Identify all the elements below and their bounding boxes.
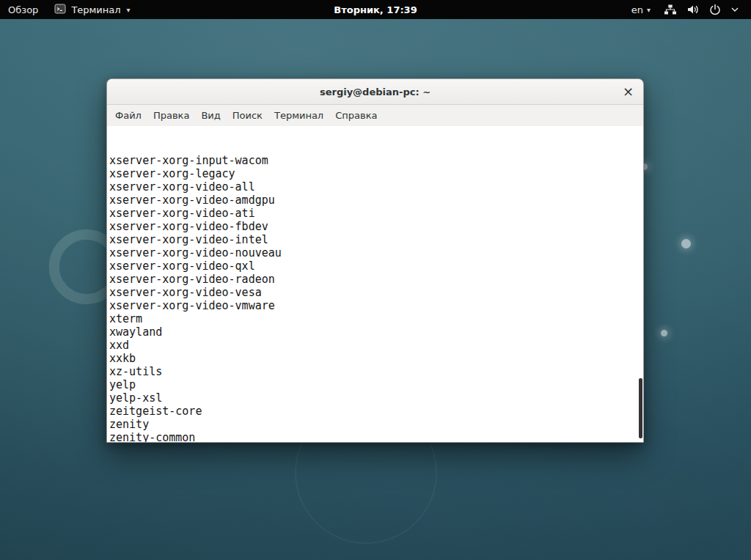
terminal-line: zenity <box>109 418 643 431</box>
terminal-line: xxd <box>109 339 643 352</box>
terminal-line: xserver-xorg-video-ati <box>109 207 643 220</box>
app-menu-button[interactable]: Терминал ▾ <box>46 0 138 19</box>
window-title: sergiy@debian-pc: ~ <box>320 86 431 97</box>
terminal-line: xserver-xorg-video-qxl <box>109 259 643 273</box>
clock-label: Вторник, 17:39 <box>334 4 417 15</box>
terminal-output: xserver-xorg-input-wacomxserver-xorg-leg… <box>109 154 643 442</box>
wallpaper-dot <box>681 239 691 248</box>
menu-terminal[interactable]: Терминал <box>268 106 329 125</box>
terminal-window: sergiy@debian-pc: ~ × Файл Правка Вид По… <box>106 78 644 443</box>
terminal-line: xserver-xorg-video-intel <box>109 233 643 246</box>
app-menu-label: Терминал <box>71 4 120 15</box>
wallpaper-dot <box>661 330 667 336</box>
terminal-line: xserver-xorg-legacy <box>109 167 643 180</box>
terminal-line: xserver-xorg-video-fbdev <box>109 220 643 233</box>
terminal-line: xserver-xorg-video-all <box>109 180 643 194</box>
top-bar-right: en ▾ <box>624 0 751 19</box>
network-icon <box>664 4 677 15</box>
terminal-line: yelp-xsl <box>109 391 643 405</box>
keyboard-layout-button[interactable]: en ▾ <box>624 4 658 15</box>
terminal-line: xserver-xorg-video-vesa <box>109 286 643 299</box>
activities-label: Обзор <box>8 4 38 15</box>
terminal-line: xserver-xorg-video-nouveau <box>109 246 643 259</box>
terminal-scrollbar[interactable] <box>637 126 643 441</box>
terminal-line: xz-utils <box>109 365 643 378</box>
terminal-line: xserver-xorg-video-vmware <box>109 299 643 312</box>
window-menubar: Файл Правка Вид Поиск Терминал Справка <box>107 105 643 127</box>
terminal-line: zenity-common <box>109 431 643 442</box>
menu-edit[interactable]: Правка <box>147 106 195 125</box>
terminal-line: xserver-xorg-video-radeon <box>109 273 643 286</box>
volume-icon <box>686 4 700 15</box>
chevron-down-icon: ▾ <box>127 6 131 14</box>
terminal-app-icon <box>54 3 66 17</box>
terminal-line: xserver-xorg-input-wacom <box>109 154 643 167</box>
scrollbar-thumb[interactable] <box>639 378 642 438</box>
menu-help[interactable]: Справка <box>329 106 383 125</box>
chevron-down-icon: ▾ <box>647 6 651 14</box>
terminal-line: xserver-xorg-video-amdgpu <box>109 194 643 207</box>
terminal-line: xterm <box>109 312 643 325</box>
chevron-down-icon <box>730 7 739 12</box>
clock-button[interactable]: Вторник, 17:39 <box>334 4 417 15</box>
menu-file[interactable]: Файл <box>109 106 147 125</box>
terminal-line: xxkb <box>109 352 643 365</box>
close-icon[interactable]: × <box>623 85 634 98</box>
activities-button[interactable]: Обзор <box>0 0 46 19</box>
terminal-line: yelp <box>109 378 643 391</box>
terminal-line: zeitgeist-core <box>109 405 643 418</box>
power-icon <box>709 4 721 15</box>
terminal-line: xwayland <box>109 325 643 339</box>
top-bar: Обзор Терминал ▾ Вторник, 17:39 en ▾ <box>0 0 751 19</box>
window-titlebar[interactable]: sergiy@debian-pc: ~ × <box>107 79 643 105</box>
menu-view[interactable]: Вид <box>195 106 226 125</box>
system-menu-button[interactable] <box>658 4 745 15</box>
terminal-screen[interactable]: xserver-xorg-input-wacomxserver-xorg-leg… <box>107 126 643 442</box>
menu-search[interactable]: Поиск <box>227 106 268 125</box>
keyboard-layout-label: en <box>631 4 643 15</box>
